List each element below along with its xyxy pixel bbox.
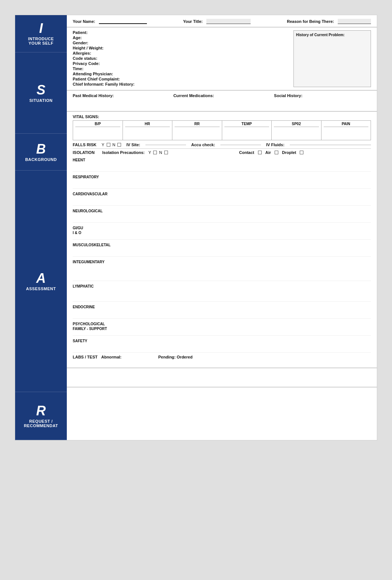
height-label: Height / Weight: xyxy=(73,46,113,50)
request-section xyxy=(67,368,377,387)
isolation-row: ISOLATION Isolation Precautions: Y N Con… xyxy=(73,148,371,155)
abnormal-value xyxy=(125,355,154,359)
sidebar: I INTRODUCEYOUR SELF S SITUATION B BACKG… xyxy=(15,15,67,440)
falls-n-label: N xyxy=(113,143,116,147)
bg-past-history-value xyxy=(73,99,170,108)
iso-n-checkbox[interactable] xyxy=(164,151,168,154)
system-lymphatic: LYMPHATIC xyxy=(73,283,371,302)
endocrine-label: ENDOCRINE xyxy=(73,304,121,309)
system-heent: HEENT xyxy=(73,157,371,172)
labs-row: LABS / TEST Abnormal: Pending: Ordered xyxy=(73,355,371,359)
vital-rr: RR xyxy=(172,121,222,140)
system-endocrine: ENDOCRINE xyxy=(73,304,371,319)
endocrine-value xyxy=(121,304,371,309)
history-label: History of Current Problem: xyxy=(296,33,368,37)
introduce-section: Your Name: Your Title: Reason for Being … xyxy=(67,15,377,27)
background-section: Past Medical History: Current Medication… xyxy=(67,90,377,111)
safety-label: SAFETY xyxy=(73,338,121,343)
sidebar-background-letter: B xyxy=(36,143,46,156)
air-label: Air xyxy=(265,150,271,155)
bg-past-history-label: Past Medical History: xyxy=(73,93,170,98)
system-integumentary: INTEGUMENTARY xyxy=(73,259,371,281)
sit-row-height: Height / Weight: xyxy=(73,46,290,50)
reason-label: Reason for Being There: xyxy=(287,19,334,24)
sit-row-physician: Attending Physician: xyxy=(73,72,290,76)
situation-right: History of Current Problem: xyxy=(293,30,371,87)
falls-y-checkbox[interactable] xyxy=(107,143,110,147)
contact-checkbox[interactable] xyxy=(258,151,262,154)
vital-temp-header: TEMP xyxy=(224,122,269,127)
sidebar-request-label: REQUEST /RECOMMENDAT xyxy=(24,419,58,428)
content-area: Your Name: Your Title: Reason for Being … xyxy=(67,15,377,440)
neurological-label: NEUROLOGICAL xyxy=(73,208,121,213)
sidebar-situation: S SITUATION xyxy=(15,52,67,134)
droplet-checkbox[interactable] xyxy=(300,151,303,154)
gigu-label: GI/GUI & O xyxy=(73,225,121,235)
system-cardiovascular: CARDIOVASCULAR xyxy=(73,191,371,206)
abnormal-label: Abnormal: xyxy=(101,355,121,359)
systems-container: HEENT RESPIRATORY xyxy=(73,157,371,353)
isolation-precautions-label: Isolation Precautions: xyxy=(102,150,145,155)
vital-hr: HR xyxy=(123,121,173,140)
system-safety: SAFETY xyxy=(73,338,371,353)
vital-pain: PAIN xyxy=(321,121,371,140)
lymphatic-value xyxy=(121,283,371,288)
neurological-value xyxy=(121,208,371,218)
sidebar-introduce-letter: I xyxy=(39,22,43,35)
chief-complaint-value xyxy=(120,77,145,81)
sit-row-allergies: Allergies: xyxy=(73,51,290,55)
sit-row-code: Code status: xyxy=(73,56,290,61)
vital-bp: B/P xyxy=(73,121,123,140)
sidebar-request: R REQUEST /RECOMMENDAT xyxy=(15,392,67,440)
system-psychological: PSYCHOLOGICALFAMILY - SUPPORT xyxy=(73,321,371,336)
system-neurological: NEUROLOGICAL xyxy=(73,208,371,223)
vital-pain-header: PAIN xyxy=(324,122,369,127)
sidebar-situation-label: SITUATION xyxy=(30,98,53,103)
family-history-label: Chief Informant: Family History: xyxy=(73,82,134,86)
bg-social-history-value xyxy=(274,99,371,108)
privacy-label: Privacy Code: xyxy=(73,61,113,66)
sidebar-introduce-label: INTRODUCEYOUR SELF xyxy=(28,37,54,45)
air-checkbox[interactable] xyxy=(275,151,278,154)
your-name-label: Your Name: xyxy=(73,19,95,24)
sidebar-background: B BACKGROUND xyxy=(15,134,67,171)
vital-hr-value xyxy=(125,128,170,139)
vital-spo2-value xyxy=(274,128,319,139)
psychological-value xyxy=(121,321,371,326)
bg-social-history-label: Social History: xyxy=(274,93,371,98)
iso-y-checkbox[interactable] xyxy=(153,151,157,154)
sidebar-assessment-label: ASSESSMENT xyxy=(26,286,56,291)
sit-row-time: Time: xyxy=(73,66,290,71)
sidebar-assessment: A ASSESSMENT xyxy=(15,171,67,392)
gender-label: Gender: xyxy=(73,41,113,45)
physician-value xyxy=(113,72,146,76)
contact-label: Contact xyxy=(239,150,254,155)
pending-label: Pending: Ordered xyxy=(158,355,193,359)
chief-complaint-label: Patient Chief Complaint: xyxy=(73,77,120,81)
main-container: I INTRODUCEYOUR SELF S SITUATION B BACKG… xyxy=(15,15,377,440)
patient-label: Patient: xyxy=(73,30,113,35)
respiratory-label: RESPIRATORY xyxy=(73,174,121,179)
system-musculoskeletal: MUSCULOSKELETAL xyxy=(73,242,371,257)
vital-spo2-header: SP02 xyxy=(274,122,319,127)
your-name-value xyxy=(99,19,147,24)
intro-row: Your Name: Your Title: Reason for Being … xyxy=(73,19,371,24)
vital-bp-value xyxy=(75,128,120,139)
situation-left: Patient: Age: Gender: Height / Weight: xyxy=(73,30,290,87)
system-gigu: GI/GUI & O xyxy=(73,225,371,240)
sit-row-patient: Patient: xyxy=(73,30,290,35)
heent-label: HEENT xyxy=(73,157,121,162)
bg-social-history: Social History: xyxy=(274,93,371,108)
vital-bp-header: B/P xyxy=(75,122,120,127)
page-wrapper: I INTRODUCEYOUR SELF S SITUATION B BACKG… xyxy=(7,7,385,448)
falls-n-checkbox[interactable] xyxy=(117,143,121,147)
sidebar-situation-letter: S xyxy=(37,83,45,97)
patient-value xyxy=(113,30,124,34)
psychological-label: PSYCHOLOGICALFAMILY - SUPPORT xyxy=(73,321,121,331)
code-label: Code status: xyxy=(73,56,113,61)
sit-row-chief-complaint: Patient Chief Complaint: xyxy=(73,77,290,81)
system-respiratory: RESPIRATORY xyxy=(73,174,371,189)
musculoskeletal-value xyxy=(121,242,371,247)
sit-row-family-history: Chief Informant: Family History: xyxy=(73,82,290,86)
iv-site-label: IV Site: xyxy=(126,143,140,147)
